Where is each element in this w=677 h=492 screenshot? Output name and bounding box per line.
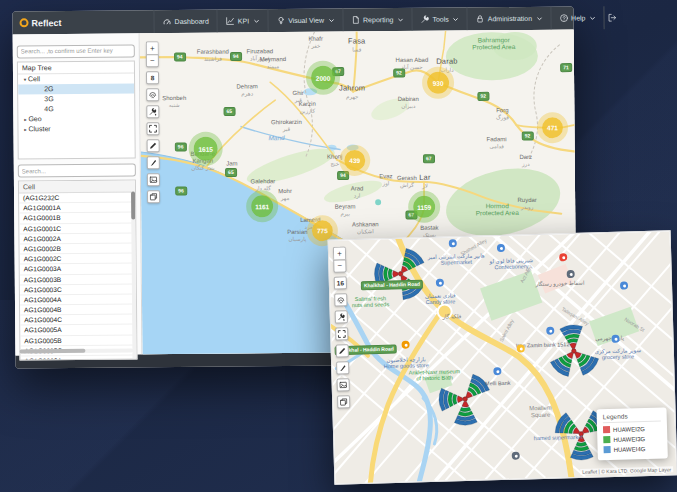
chevron-down-icon — [253, 18, 259, 24]
cell-sector-rose[interactable] — [549, 324, 599, 377]
nav-item-kpi[interactable]: KPI — [217, 9, 267, 32]
zoom-level-indicator: 8 — [146, 71, 159, 84]
help-icon — [559, 14, 568, 23]
fullscreen-button[interactable] — [146, 122, 159, 135]
administration-lock-icon — [476, 14, 485, 23]
nav-item-label: Visual View — [288, 17, 324, 24]
reporting-file-icon — [351, 15, 360, 24]
draw-pencil-button[interactable] — [336, 344, 349, 357]
sector-detail-map-window[interactable]: هایپر مارکت اینترنتی امیرSupermarketشیری… — [328, 230, 677, 484]
legend-swatch — [603, 436, 610, 443]
fingerprint-layers-button[interactable] — [146, 88, 159, 101]
legend-swatch — [603, 426, 610, 433]
cell-sector-rose[interactable] — [374, 248, 425, 301]
snapshot-button[interactable] — [337, 378, 350, 391]
cell-cluster-marker[interactable]: 1159 — [413, 196, 435, 218]
legend-entry-huawei2g: HUAWEI2G — [603, 425, 661, 434]
visual-view-bulb-icon — [276, 16, 285, 25]
nav-item-label: KPI — [238, 17, 249, 24]
cell-cluster-marker[interactable]: 930 — [427, 72, 449, 94]
legend-entry-label: HUAWEI3G — [613, 436, 645, 443]
fingerprint-layers-button[interactable] — [334, 293, 347, 306]
measure-tool-button[interactable] — [146, 105, 159, 118]
tree-item-label: 2G — [44, 85, 53, 92]
tree-search-input[interactable] — [17, 44, 135, 58]
map-tree-title: Map Tree — [18, 61, 134, 74]
vertical-scrollbar[interactable] — [131, 191, 136, 358]
zoom-out-button[interactable]: − — [333, 259, 346, 272]
tools-wrench-icon — [420, 15, 429, 24]
measure-tool-button[interactable] — [335, 310, 348, 323]
cell-sector-rose[interactable] — [438, 374, 490, 426]
zoom-out-button[interactable]: − — [146, 54, 159, 67]
cell-cluster-marker[interactable]: 1161 — [251, 195, 273, 217]
export-layers-button[interactable] — [337, 395, 350, 408]
left-sidebar: Map Tree ▾Cell2G3G4G▸Geo▸Cluster Cell (A… — [13, 33, 143, 355]
cell-cluster-marker[interactable]: 2000 — [311, 66, 335, 90]
legend-entry-huawei4g: HUAWEI4G — [604, 445, 662, 454]
nav-item-tools[interactable]: Tools — [411, 7, 467, 30]
app-logo[interactable]: Reflect — [20, 18, 62, 28]
nav-item-label: Administration — [488, 15, 532, 22]
chevron-down-icon — [589, 15, 595, 21]
reflect-logo-icon — [20, 18, 29, 27]
dashboard-icon — [163, 17, 172, 26]
nav-item-reporting[interactable]: Reporting — [342, 8, 412, 32]
nav-item-label: Help — [571, 14, 585, 21]
cell-list-search-input[interactable] — [18, 163, 136, 177]
chevron-down-icon — [536, 15, 542, 21]
chevron-down-icon — [328, 17, 334, 23]
nav-item-label: Reporting — [363, 16, 393, 23]
legend-entry-huawei3g: HUAWEI3G — [603, 435, 661, 444]
nav-item-label: Tools — [432, 16, 448, 23]
chevron-down-icon — [453, 16, 459, 22]
kpi-chart-icon — [226, 17, 235, 26]
map-tree-panel: Map Tree ▾Cell2G3G4G▸Geo▸Cluster — [17, 60, 136, 159]
fullscreen-button[interactable] — [335, 327, 348, 340]
brush-button[interactable] — [336, 361, 349, 374]
cell-table: Cell (AG1G232CAG1G0001AAG1G0001BAG1G0001… — [18, 179, 138, 360]
tree-item-label: 4G — [44, 105, 53, 112]
zoom-in-button[interactable]: + — [333, 246, 346, 259]
snapshot-button[interactable] — [147, 173, 160, 186]
legend-panel: Legends HUAWEI2GHUAWEI3GHUAWEI4G — [596, 407, 667, 460]
chevron-down-icon — [397, 17, 403, 23]
cell-cluster-marker[interactable]: 439 — [344, 150, 365, 171]
cell-table-header: Cell — [19, 180, 135, 193]
nav-item-help[interactable]: Help — [550, 6, 605, 29]
tree-item-label: 3G — [44, 95, 53, 102]
logout-button[interactable] — [604, 13, 619, 22]
zoom-level-indicator: 16 — [334, 276, 347, 289]
nav-item-administration[interactable]: Administration — [467, 7, 551, 31]
zoom-in-button[interactable]: + — [146, 41, 159, 54]
brand-name: Reflect — [32, 18, 62, 28]
legend-title: Legends — [603, 412, 661, 424]
nav-item-dashboard[interactable]: Dashboard — [153, 10, 216, 34]
legend-entry-label: HUAWEI4G — [614, 446, 646, 453]
tree-item-cluster[interactable]: ▸Cluster — [18, 123, 134, 134]
cell-cluster-marker[interactable]: 775 — [312, 220, 333, 241]
export-layers-button[interactable] — [147, 190, 160, 203]
cell-cluster-marker[interactable]: 471 — [542, 117, 563, 138]
tree-item-label: Cluster — [28, 125, 50, 132]
legend-entry-label: HUAWEI2G — [613, 426, 645, 433]
legend-swatch — [604, 446, 611, 453]
nav-item-label: Dashboard — [175, 18, 209, 25]
cell-cluster-marker[interactable]: 1615 — [194, 137, 218, 161]
brush-button[interactable] — [147, 156, 160, 169]
nav-item-visual-view[interactable]: Visual View — [267, 9, 342, 33]
tree-item-label: Cell — [28, 75, 40, 82]
draw-pencil-button[interactable] — [147, 139, 160, 152]
tree-item-label: Geo — [28, 115, 41, 122]
